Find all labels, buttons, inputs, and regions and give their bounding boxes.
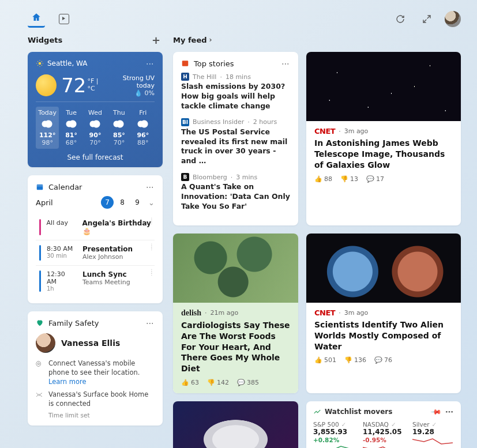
family-person-name: Vanessa Ellis [61,338,120,348]
feed-headline: In Astonishing James Webb Telescope Imag… [314,138,453,171]
feed-source: delish [181,308,201,318]
feed-card[interactable]: CNET · 3m ago In Astonishing James Webb … [306,52,461,225]
family-learn-more-link[interactable]: Learn more [48,378,87,386]
feed-age: 21m ago [211,309,239,317]
chart-up-icon [313,408,321,416]
feed-card-image [306,52,461,121]
video-icon [59,14,69,24]
refresh-button[interactable] [392,10,409,28]
see-full-forecast-link[interactable]: See full forecast [36,153,155,161]
family-person-avatar[interactable] [36,333,55,353]
weather-sun-icon [36,59,44,67]
feed-source: CNET [314,308,335,317]
pin-button[interactable]: 📌 [430,406,442,418]
weather-precip: 💧 0% [134,89,155,97]
sun-icon [36,74,57,96]
activity-icon: ⩙ [36,390,44,408]
home-tab[interactable] [28,10,45,28]
watchlist-more-button[interactable]: ⋯ [445,407,454,416]
svg-rect-1 [37,185,43,190]
watchlist-item[interactable]: S&P 500 ✓3,855.93 +0.82% [313,421,355,448]
watchlist-widget[interactable]: Watchlist movers 📌 ⋯ S&P 500 ✓3,855.93 +… [306,401,461,448]
feed-card-image [173,234,298,303]
feed-card[interactable]: delish · 21m ago Cardiologists Say These… [173,234,298,393]
feed-age: 3m ago [344,309,369,317]
top-stories-widget[interactable]: Top stories ⋯ HThe Hill · 18 minsSlash e… [173,52,298,225]
weather-day[interactable]: Wed90°70° [84,107,107,149]
feed-age: 3m ago [344,127,369,135]
feed-headline: Cardiologists Say These Are The Worst Fo… [181,320,290,374]
watchlist-item[interactable]: NASDAQ ✓11,425.05 -0.95% [363,421,404,448]
comment-button[interactable]: 💬 76 [374,356,392,364]
feed-source: CNET [314,127,335,135]
top-story-item[interactable]: BIBusiness Insider · 2 hoursThe US Posta… [181,118,290,167]
widgets-heading: Widgets [28,36,62,44]
weather-day[interactable]: Tue81°68° [59,107,82,149]
dislike-button[interactable]: 👎 136 [344,356,366,364]
svg-point-0 [39,62,42,65]
weather-unit[interactable]: °F |°C [87,77,105,92]
chevron-right-icon: › [209,36,212,44]
family-title: Family Safety [48,319,99,327]
calendar-event[interactable]: 8:30 AM30 minPresentationAlex Johnson⋮⋮ [36,240,155,265]
dislike-button[interactable]: 👎 142 [207,379,229,386]
svg-rect-2 [182,61,189,66]
feed-card-image [173,401,298,448]
top-story-item[interactable]: HThe Hill · 18 minsSlash emissions by 20… [181,73,290,111]
calendar-icon [36,183,44,191]
add-widget-button[interactable]: + [149,34,163,46]
calendar-date[interactable]: 7 [101,196,114,209]
video-tab[interactable] [55,10,73,28]
weather-day[interactable]: Fri96°88° [132,107,155,149]
family-device-text: Vanessa's Surface book Home is connected [48,390,155,408]
top-story-item[interactable]: BBloomberg · 3 minsA Quant's Take on Inn… [181,173,290,212]
weather-day[interactable]: Thu85°70° [107,107,130,149]
heart-shield-icon [36,319,44,327]
top-stories-more-button[interactable]: ⋯ [281,59,290,68]
watchlist-title: Watchlist movers [325,408,392,416]
calendar-date[interactable]: 8 [116,196,129,209]
family-more-button[interactable]: ⋯ [146,318,155,327]
calendar-event[interactable]: 12:30 AM1hLunch SyncTeams Meeting⋮⋮ [36,265,155,296]
weather-uv: Strong UV today [105,74,155,89]
calendar-month: April [36,198,53,207]
comment-button[interactable]: 💬 17 [366,175,384,183]
calendar-date[interactable]: 9 [131,196,144,209]
family-location-text: Connect Vanessa's mobile phone to see th… [48,359,155,386]
watchlist-item[interactable]: Silver ✓19.28 [412,421,454,448]
calendar-title: Calendar [48,183,82,191]
feed-card[interactable]: CNET · 3m ago Scientists Identify Two Al… [306,234,461,393]
user-avatar[interactable] [445,11,461,27]
family-safety-widget[interactable]: Family Safety ⋯ Vanessa Ellis ◎ Connect … [28,311,163,426]
calendar-expand-icon[interactable]: ⌄ [148,198,155,207]
calendar-event[interactable]: All dayAngela's Birthday 🎂⋮⋮ [36,214,155,240]
weather-temp: 72 [61,74,86,97]
weather-day[interactable]: Today112°98° [36,107,59,149]
my-feed-heading[interactable]: My feed [173,36,207,44]
location-pin-icon: ◎ [36,359,44,386]
like-button[interactable]: 👍 501 [314,356,336,364]
feed-headline: Scientists Identify Two Alien Worlds Mos… [314,319,453,352]
expand-button[interactable] [418,10,435,28]
like-button[interactable]: 👍 63 [181,379,199,386]
feed-card-image [306,234,461,303]
news-icon [181,59,189,67]
like-button[interactable]: 👍 88 [314,175,332,183]
top-stories-title: Top stories [194,59,234,68]
family-device-sub: Time limit set [48,412,155,419]
weather-widget[interactable]: Seattle, WA ⋯ 72 °F |°C Strong UV today … [28,52,163,167]
weather-more-button[interactable]: ⋯ [146,59,155,68]
dislike-button[interactable]: 👎 13 [340,175,358,183]
calendar-widget[interactable]: Calendar ⋯ April 789 ⌄ All dayAngela's B… [28,175,163,303]
weather-location: Seattle, WA [47,59,88,67]
comment-button[interactable]: 💬 385 [237,379,259,386]
feed-card[interactable]: THE VERGE · 4 hours ago The best video g… [173,401,298,448]
calendar-more-button[interactable]: ⋯ [146,182,155,191]
